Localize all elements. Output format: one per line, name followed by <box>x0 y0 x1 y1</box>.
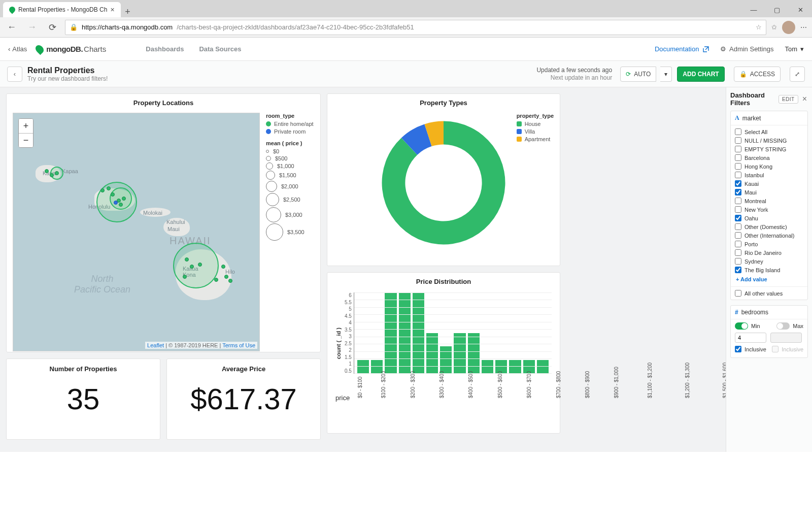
chart-title-types: Property Types <box>327 94 560 110</box>
refresh-icon: ⟳ <box>626 71 631 78</box>
map[interactable]: + − Kauai Kapaa Honolulu Molokai K <box>13 113 260 351</box>
max-toggle[interactable] <box>776 322 790 330</box>
filters-title: Dashboard Filters <box>730 91 775 107</box>
stat-card-avg: Average Price $617.37 <box>166 358 321 440</box>
auto-refresh-button[interactable]: ⟳ AUTO <box>620 67 656 82</box>
filter-item[interactable]: Other (Domestic) <box>735 222 803 231</box>
filter-market: A market Select All NULL / MISSINGEMPTY … <box>730 111 808 300</box>
mongodb-leaf-icon <box>8 6 17 14</box>
url-host: https://charts-qa.mongodb.com <box>82 23 173 31</box>
mongodb-leaf-icon <box>34 43 46 55</box>
favorites-icon[interactable]: ✩ <box>771 23 777 31</box>
average-price: $617.37 <box>167 373 320 429</box>
filter-add-value[interactable]: Add value <box>735 274 803 283</box>
string-type-icon: A <box>735 114 739 122</box>
window-close-icon[interactable]: ✕ <box>789 2 812 17</box>
count-of-properties: 35 <box>7 373 160 429</box>
filter-item[interactable]: Oahu <box>735 214 803 222</box>
documentation-link[interactable]: Documentation <box>655 45 709 53</box>
filter-item[interactable]: Kauai <box>735 179 803 188</box>
filter-item[interactable]: Istanbul <box>735 171 803 179</box>
chart-title-locations: Property Locations <box>7 94 320 110</box>
tab-title: Rental Properties - MongoDB Ch <box>18 6 107 13</box>
filters-close-icon[interactable]: × <box>801 94 808 104</box>
page-subtitle: Try our new dashboard filters! <box>27 75 108 82</box>
filter-item[interactable]: Barcelona <box>735 153 803 162</box>
zoom-in-button[interactable]: + <box>19 119 33 133</box>
brand: mongoDB.Charts <box>36 45 106 54</box>
filter-item[interactable]: Porto <box>735 240 803 248</box>
leaflet-link[interactable]: Leaflet <box>147 342 164 348</box>
browser-tab[interactable]: Rental Properties - MongoDB Ch × <box>3 2 121 17</box>
histogram: count ( _id ) 65.554.543.532.521.510.5 $… <box>335 292 552 394</box>
filter-bedrooms: bedrooms Min Max <box>730 305 808 358</box>
auto-refresh-dropdown[interactable]: ▾ <box>660 67 672 82</box>
browser-more-icon[interactable]: ⋯ <box>800 23 808 31</box>
gear-icon: ⚙ <box>720 45 726 53</box>
filter-item[interactable]: Other (International) <box>735 231 803 240</box>
map-legend: room_type Entire home/aptPrivate room me… <box>266 113 314 351</box>
nav-refresh-button[interactable]: ⟳ <box>45 20 60 35</box>
nav-dashboards[interactable]: Dashboards <box>146 45 184 53</box>
zoom-out-button[interactable]: − <box>19 133 33 147</box>
admin-settings-link[interactable]: ⚙ Admin Settings <box>720 45 773 53</box>
max-value-input <box>770 333 802 343</box>
filter-item[interactable]: Montreal <box>735 197 803 205</box>
filter-item[interactable]: Maui <box>735 188 803 197</box>
filter-select-all[interactable]: Select All <box>735 127 803 136</box>
atlas-back-link[interactable]: ‹ Atlas <box>8 45 27 53</box>
filter-all-other-values[interactable]: All other values <box>735 289 803 298</box>
tab-close-icon[interactable]: × <box>110 6 114 14</box>
nav-data-sources[interactable]: Data Sources <box>199 45 241 53</box>
url-path: /charts-best-qa-project-zkldt/dashboards… <box>177 23 414 31</box>
donut-chart <box>375 114 512 251</box>
external-link-icon <box>703 46 709 52</box>
nav-forward-button[interactable]: → <box>24 20 40 35</box>
access-button[interactable]: 🔒 ACCESS <box>734 67 781 82</box>
address-bar[interactable]: 🔒 https://charts-qa.mongodb.com/charts-b… <box>65 20 766 35</box>
max-inclusive: Inclusive <box>772 345 803 353</box>
back-button[interactable]: ‹ <box>7 67 22 82</box>
page-title: Rental Properties <box>27 66 108 75</box>
lock-icon: 🔒 <box>70 23 78 31</box>
profile-avatar[interactable] <box>782 21 795 34</box>
filter-item[interactable]: NULL / MISSING <box>735 136 803 145</box>
map-attribution: Leaflet | © 1987-2019 HERE | Terms of Us… <box>145 342 257 349</box>
chevron-left-icon: ‹ <box>8 45 10 53</box>
bookmark-star-icon[interactable]: ☆ <box>756 23 762 31</box>
filter-item[interactable]: New York <box>735 205 803 214</box>
min-inclusive[interactable]: Inclusive <box>735 345 766 353</box>
filter-item[interactable]: EMPTY STRING <box>735 145 803 153</box>
update-info: Updated a few seconds ago Next update in… <box>536 67 612 81</box>
min-toggle[interactable] <box>735 322 748 330</box>
dashboard-filters-panel: Dashboard Filters EDIT × A market Select… <box>726 87 812 452</box>
caret-down-icon: ▾ <box>800 45 804 53</box>
donut-legend: property_type HouseVillaApartment <box>517 113 554 144</box>
stat-card-count: Number of Properties 35 <box>6 358 160 440</box>
filters-edit-button[interactable]: EDIT <box>779 95 798 104</box>
window-minimize-icon[interactable]: — <box>742 2 765 17</box>
window-maximize-icon[interactable]: ▢ <box>765 2 789 17</box>
fullscreen-button[interactable]: ⤢ <box>790 67 805 82</box>
filter-item[interactable]: Sydney <box>735 257 803 266</box>
chart-title-price: Price Distribution <box>327 273 560 288</box>
lock-icon: 🔒 <box>739 71 747 78</box>
filter-item[interactable]: Hong Kong <box>735 162 803 171</box>
new-tab-button[interactable]: + <box>121 7 135 17</box>
user-menu[interactable]: Tom ▾ <box>785 45 804 53</box>
number-type-icon <box>735 309 738 316</box>
terms-link[interactable]: Terms of Use <box>222 342 255 348</box>
filter-item[interactable]: The Big Island <box>735 266 803 274</box>
filter-item[interactable]: Rio De Janeiro <box>735 248 803 257</box>
min-value-input[interactable] <box>735 333 766 343</box>
nav-back-button[interactable]: ← <box>4 20 19 35</box>
expand-icon: ⤢ <box>795 71 800 78</box>
add-chart-button[interactable]: ADD CHART <box>677 67 724 82</box>
